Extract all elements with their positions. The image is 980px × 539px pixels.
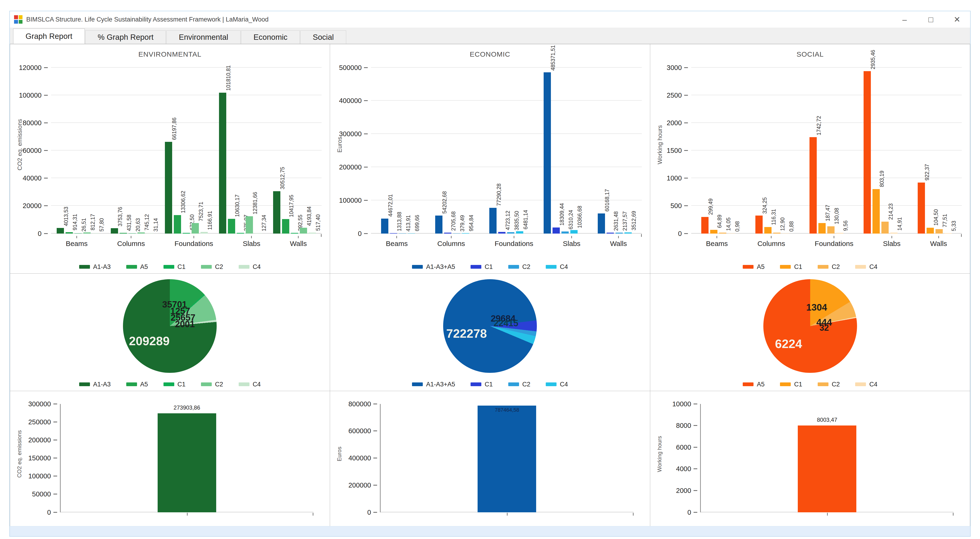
- bar-slot: 12,90: [773, 68, 780, 233]
- legend-label: C4: [560, 381, 568, 388]
- legend-label: C4: [253, 263, 261, 271]
- legend-label: C4: [560, 263, 568, 271]
- y-tick-mark: [694, 447, 697, 447]
- bar-columns-c4: [462, 233, 469, 233]
- bar-slot: 77,51: [935, 68, 943, 233]
- y-tick-label: 500: [670, 202, 682, 210]
- bar-value-label: 0,98: [735, 221, 740, 232]
- app-icon-square: [14, 20, 18, 24]
- bar-slot: 914,31: [65, 68, 73, 233]
- legend-item-a1-a3: A1-A3: [79, 263, 111, 271]
- legend-label: C1: [485, 263, 493, 271]
- chart-grid: ENVIRONMENTALCO2 eq. emissions4013,53914…: [10, 44, 970, 526]
- category-tick: [891, 236, 892, 238]
- legend-swatch: [743, 265, 754, 269]
- legend-label: C1: [485, 381, 493, 388]
- bar-columns-a5: [756, 216, 763, 233]
- bar-value-label: 10366,68: [577, 206, 582, 228]
- bar-slabs-c1: [552, 227, 560, 233]
- economic-pie-chart-panel: 7222782968422415A1-A3+A5C1C2C4: [330, 273, 650, 391]
- legend-label: A5: [757, 381, 765, 388]
- category-tick: [396, 236, 397, 238]
- bar-slot: 10630,17: [228, 68, 235, 233]
- tab-graph-report[interactable]: % Graph Report: [85, 30, 166, 44]
- y-tick-mark: [373, 431, 377, 431]
- bar-slot: 2137,57: [616, 68, 623, 233]
- bar-slot: 7523,71: [192, 68, 199, 233]
- bar-slot: 472,50: [183, 68, 190, 233]
- legend-item-c2: C2: [818, 263, 840, 271]
- bar-group-slabs: 2935,46803,19214,2314,91: [864, 68, 897, 233]
- bar-slot: 431,58: [120, 68, 127, 233]
- category-text: Walls: [610, 239, 627, 247]
- category-label-columns: Columns: [117, 236, 145, 247]
- bar-walls-c2: [300, 228, 307, 233]
- tab-economic[interactable]: Economic: [241, 30, 300, 44]
- pie-label-c4: 22415: [493, 318, 518, 328]
- bar-value-label: 6481,14: [523, 210, 528, 229]
- y-tick-mark: [364, 233, 368, 234]
- legend-label: C2: [215, 381, 223, 388]
- category-label-foundations: Foundations: [495, 236, 533, 247]
- bar-slot: 12381,66: [246, 68, 253, 233]
- y-tick-label: 40000: [23, 174, 42, 182]
- bar-slot: 803,19: [872, 68, 880, 233]
- total-bar: [798, 425, 856, 512]
- bar-slabs-c2: [881, 222, 889, 233]
- y-tick-label: 6000: [676, 443, 691, 451]
- category-text: Slabs: [243, 239, 260, 247]
- legend-item-a1-a3-a5: A1-A3+A5: [412, 263, 455, 271]
- bar-slot: 10366,68: [570, 68, 578, 233]
- y-tick-mark: [53, 512, 57, 512]
- legend-swatch: [508, 265, 519, 269]
- y-axis: 0100000200000300000400000500000: [330, 68, 369, 233]
- bar-group-foundations: 1742,72187,47130,089,56: [810, 68, 843, 233]
- y-tick-label: 10000: [672, 400, 691, 408]
- bar-slot: 379,49: [453, 68, 460, 233]
- bar-slot: 699,66: [408, 68, 415, 233]
- y-tick-mark: [53, 494, 57, 495]
- bar-value-label: 127,34: [261, 215, 267, 231]
- legend-item-c4: C4: [239, 263, 261, 271]
- tab-social[interactable]: Social: [300, 30, 346, 44]
- category-text: Slabs: [563, 239, 581, 247]
- pie-chart: [443, 279, 537, 373]
- legend: A5C1C2C4: [650, 381, 970, 388]
- maximize-button[interactable]: □: [918, 11, 944, 28]
- legend: A1-A3A5C1C2C4: [10, 381, 330, 388]
- bar-slot: 66197,86: [165, 68, 172, 233]
- close-button[interactable]: ✕: [944, 11, 970, 28]
- bar-slot: 5,33: [944, 68, 952, 233]
- y-tick-label: 300000: [339, 130, 362, 138]
- legend-item-c4: C4: [546, 263, 568, 271]
- tab-environmental[interactable]: Environmental: [166, 30, 240, 44]
- tab-graph-report[interactable]: Graph Report: [13, 29, 85, 44]
- legend-item-a1-a3-a5: A1-A3+A5: [412, 381, 455, 388]
- bar-slot: 0,88: [782, 68, 789, 233]
- bar-slabs-c4: [570, 230, 578, 233]
- y-tick-mark: [694, 469, 697, 469]
- bar-slot: 517,40: [309, 68, 316, 233]
- bar-foundations-a1-a3: [165, 142, 172, 233]
- bar-groups: 4013,53914,3126,51812,1757,803753,76431,…: [51, 68, 322, 233]
- category-label-columns: Columns: [757, 236, 785, 247]
- bar-walls-a1-a3: [273, 191, 280, 233]
- category-text: Foundations: [175, 239, 213, 247]
- minimize-button[interactable]: –: [891, 11, 918, 28]
- bar-slot: 2631,48: [607, 68, 614, 233]
- y-tick-label: 800000: [348, 400, 371, 408]
- bar-slot: 1313,88: [390, 68, 397, 233]
- y-tick-mark: [364, 67, 368, 68]
- legend-swatch: [201, 382, 212, 386]
- bar-value-label: 14,91: [897, 217, 902, 231]
- category-label-foundations: Foundations: [815, 236, 853, 247]
- bar-walls-c2: [616, 233, 623, 233]
- y-tick-mark: [44, 122, 48, 123]
- bar-slot: 57,80: [92, 68, 100, 233]
- y-tick-mark: [373, 458, 377, 458]
- y-tick-label: 100000: [339, 197, 362, 204]
- x-axis-end-tick: [313, 513, 313, 515]
- bar-slot: 3835,50: [507, 68, 514, 233]
- y-tick-mark: [684, 150, 688, 151]
- bar-slot: 127,34: [255, 68, 262, 233]
